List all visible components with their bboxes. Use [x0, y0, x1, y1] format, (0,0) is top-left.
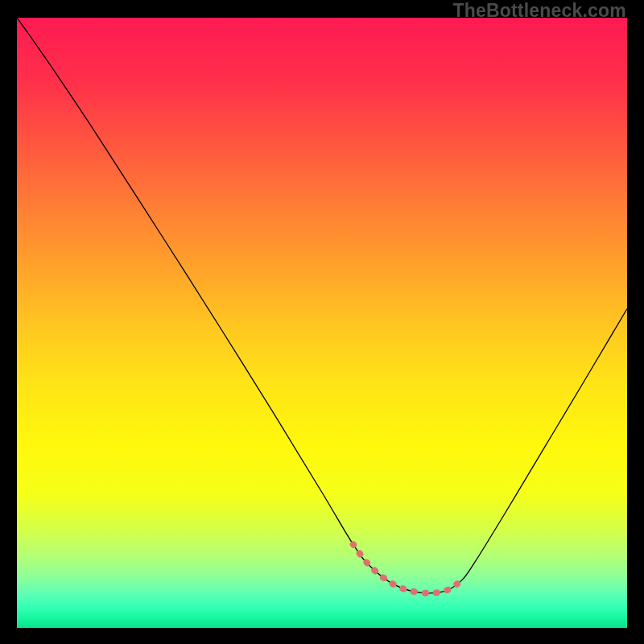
gradient-background [17, 18, 627, 628]
watermark-text: TheBottleneck.com [452, 0, 626, 22]
chart-frame: TheBottleneck.com [0, 0, 644, 644]
chart-svg [17, 18, 627, 628]
plot-area [17, 18, 627, 628]
